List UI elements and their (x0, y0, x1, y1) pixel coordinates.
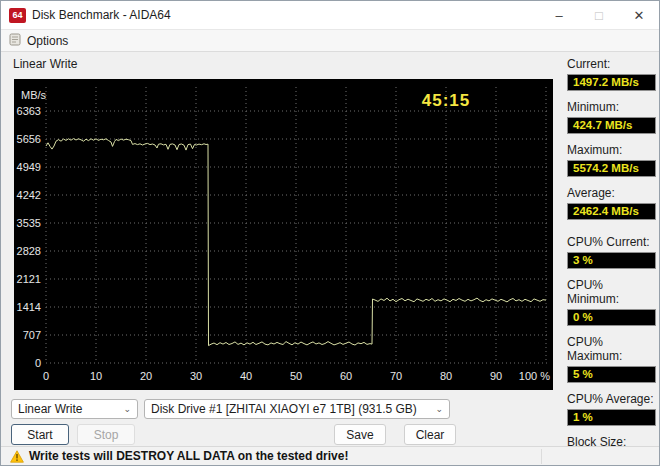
stat-value: 424.7 MB/s (567, 117, 656, 134)
stat-value: 5 % (567, 366, 656, 383)
chart-text: 20 (140, 370, 152, 382)
stat-item: Maximum:5574.2 MB/s (567, 143, 656, 177)
title-bar: 64 Disk Benchmark - AIDA64 – □ ✕ (1, 1, 659, 30)
stop-button: Stop (77, 424, 135, 445)
stat-label: Current: (567, 57, 656, 71)
warning-icon (10, 450, 24, 463)
chart-text: 60 (340, 370, 352, 382)
elapsed-time: 45:15 (422, 91, 470, 110)
maximize-icon: □ (579, 1, 619, 29)
stat-label: CPU% Average: (567, 392, 656, 406)
stat-label: CPU% Minimum: (567, 278, 656, 306)
stat-item: Average:2462.4 MB/s (567, 186, 656, 220)
chart-text: 50 (290, 370, 302, 382)
minimize-icon[interactable]: – (539, 1, 579, 29)
drive-value: Disk Drive #1 [ZHITAI XIAOYI e7 1TB] (93… (151, 402, 417, 416)
stat-item: CPU% Current:3 % (567, 235, 656, 269)
test-name-label: Linear Write (13, 57, 77, 71)
stat-item: Current:1497.2 MB/s (567, 57, 656, 91)
chart-text: 4949 (17, 161, 41, 173)
chart-text: MB/s (21, 89, 47, 101)
chart-text: 0 (35, 357, 41, 369)
chart-text: 80 (440, 370, 452, 382)
stat-label: CPU% Maximum: (567, 335, 656, 363)
stat-value: 1497.2 MB/s (567, 74, 656, 91)
chart-text: 2828 (17, 245, 41, 257)
drive-select[interactable]: Disk Drive #1 [ZHITAI XIAOYI e7 1TB] (93… (144, 399, 450, 419)
benchmark-chart: MB/s636356564949424235352828212114147070… (14, 79, 553, 390)
chart-text: 90 (490, 370, 502, 382)
disk-benchmark-window: 64 Disk Benchmark - AIDA64 – □ ✕ Options… (0, 0, 660, 466)
clear-button[interactable]: Clear (404, 424, 456, 445)
chart-text: 70 (390, 370, 402, 382)
status-bar: Write tests will DESTROY ALL DATA on the… (1, 446, 659, 465)
chart-text: 6363 (17, 105, 41, 117)
chevron-down-icon: ⌄ (123, 404, 131, 414)
stats-sidebar: Current:1497.2 MB/sMinimum:424.7 MB/sMax… (567, 57, 656, 466)
options-icon (9, 33, 22, 49)
stat-label: Average: (567, 186, 656, 200)
stat-label: CPU% Current: (567, 235, 656, 249)
menu-options[interactable]: Options (1, 30, 76, 51)
menu-options-label: Options (27, 34, 68, 48)
stat-value: 2462.4 MB/s (567, 203, 656, 220)
stat-item: CPU% Average:1 % (567, 392, 656, 426)
benchmark-line-series (46, 139, 546, 346)
menu-bar: Options (1, 30, 659, 52)
stat-value: 1 % (567, 409, 656, 426)
aida64-logo-icon: 64 (9, 8, 26, 23)
chart-text: 0 (43, 370, 49, 382)
chart-text: 3535 (17, 217, 41, 229)
stat-item: CPU% Maximum:5 % (567, 335, 656, 383)
stat-label: Maximum: (567, 143, 656, 157)
start-button[interactable]: Start (11, 424, 69, 445)
chart-text: 40 (240, 370, 252, 382)
warning-text: Write tests will DESTROY ALL DATA on the… (29, 449, 348, 463)
test-mode-select[interactable]: Linear Write ⌄ (11, 399, 138, 419)
chart-text: 100 % (519, 370, 550, 382)
chart-text: 2121 (17, 273, 41, 285)
save-button[interactable]: Save (334, 424, 386, 445)
chart-text: 707 (23, 329, 41, 341)
test-mode-value: Linear Write (18, 402, 82, 416)
window-title: Disk Benchmark - AIDA64 (32, 8, 171, 22)
chart-text: 1414 (17, 301, 41, 313)
stat-value: 5574.2 MB/s (567, 160, 656, 177)
close-icon[interactable]: ✕ (619, 1, 659, 29)
chart-text: 30 (190, 370, 202, 382)
chart-text: 5656 (17, 133, 41, 145)
chevron-down-icon: ⌄ (435, 404, 443, 414)
stat-item: Minimum:424.7 MB/s (567, 100, 656, 134)
stat-value: 3 % (567, 252, 656, 269)
chart-text: 4242 (17, 189, 41, 201)
chart-text: 10 (90, 370, 102, 382)
statusbar-divider (541, 449, 542, 464)
stat-value: 0 % (567, 309, 656, 326)
stat-label: Minimum: (567, 100, 656, 114)
stat-item: CPU% Minimum:0 % (567, 278, 656, 326)
window-controls: – □ ✕ (539, 1, 659, 29)
